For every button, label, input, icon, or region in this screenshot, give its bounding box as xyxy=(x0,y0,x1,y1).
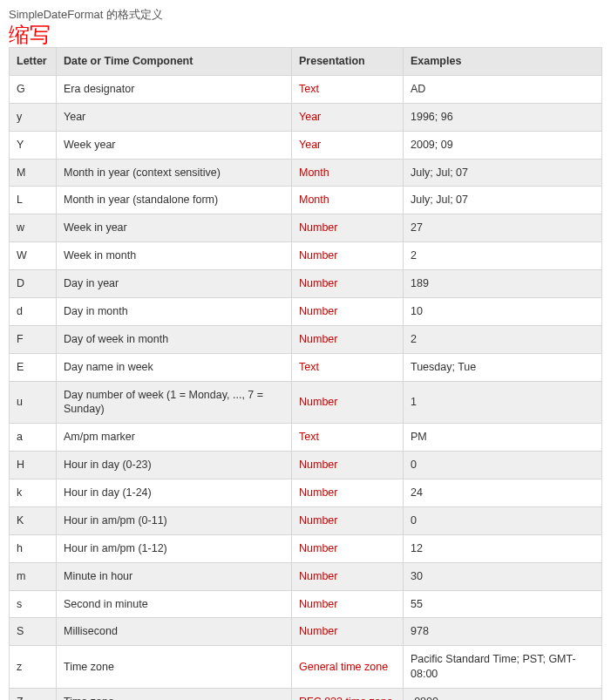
cell-presentation: Number xyxy=(292,562,404,590)
cell-component: Second in minute xyxy=(57,590,292,618)
cell-component: Week in year xyxy=(57,214,292,242)
cell-letter: F xyxy=(10,325,57,353)
cell-component: Time zone xyxy=(57,646,292,689)
cell-examples: -0800 xyxy=(404,689,602,701)
cell-examples: 12 xyxy=(404,534,602,562)
table-row: sSecond in minuteNumber55 xyxy=(10,590,602,618)
cell-letter: L xyxy=(10,187,57,214)
cell-component: Week in month xyxy=(57,242,292,270)
cell-examples: 2 xyxy=(404,242,602,270)
cell-letter: Z xyxy=(10,689,57,701)
cell-component: Hour in day (0-23) xyxy=(57,452,292,479)
table-row: DDay in yearNumber189 xyxy=(10,270,602,298)
table-row: aAm/pm markerTextPM xyxy=(10,424,602,452)
cell-examples: 2009; 09 xyxy=(404,131,602,159)
table-row: uDay number of week (1 = Monday, ..., 7 … xyxy=(10,381,602,424)
cell-component: Era designator xyxy=(57,75,292,103)
table-row: mMinute in hourNumber30 xyxy=(10,562,602,590)
cell-examples: 24 xyxy=(404,479,602,507)
cell-presentation: Number xyxy=(292,242,404,270)
table-row: WWeek in monthNumber2 xyxy=(10,242,602,270)
table-row: dDay in monthNumber10 xyxy=(10,297,602,325)
table-row: EDay name in weekTextTuesday; Tue xyxy=(10,353,602,381)
cell-presentation: Number xyxy=(292,214,404,242)
col-header-examples: Examples xyxy=(404,48,602,76)
cell-presentation: Number xyxy=(292,506,404,534)
cell-examples: 55 xyxy=(404,590,602,618)
cell-component: Minute in hour xyxy=(57,562,292,590)
cell-presentation: Month xyxy=(292,187,404,214)
cell-letter: s xyxy=(10,590,57,618)
cell-examples: 1 xyxy=(404,381,602,424)
table-row: wWeek in yearNumber27 xyxy=(10,214,602,242)
cell-component: Week year xyxy=(57,131,292,159)
cell-component: Month in year (standalone form) xyxy=(57,187,292,214)
cell-presentation: Month xyxy=(292,159,404,187)
cell-examples: 189 xyxy=(404,270,602,298)
abbreviation-label: 缩写 xyxy=(9,24,602,45)
cell-examples: 10 xyxy=(404,297,602,325)
table-row: HHour in day (0-23)Number0 xyxy=(10,452,602,479)
table-row: MMonth in year (context sensitive)MonthJ… xyxy=(10,159,602,187)
table-row: FDay of week in monthNumber2 xyxy=(10,325,602,353)
cell-examples: AD xyxy=(404,75,602,103)
table-row: kHour in day (1-24)Number24 xyxy=(10,479,602,507)
page-caption: SimpleDateFormat 的格式定义 xyxy=(9,7,602,23)
cell-component: Hour in day (1-24) xyxy=(57,479,292,507)
cell-examples: 2 xyxy=(404,325,602,353)
cell-presentation: Text xyxy=(292,424,404,452)
cell-presentation: Number xyxy=(292,534,404,562)
cell-component: Day in month xyxy=(57,297,292,325)
cell-letter: d xyxy=(10,297,57,325)
cell-component: Time zone xyxy=(57,689,292,701)
cell-component: Year xyxy=(57,103,292,131)
cell-examples: 0 xyxy=(404,506,602,534)
cell-letter: a xyxy=(10,424,57,452)
cell-presentation: Number xyxy=(292,452,404,479)
table-row: ZTime zoneRFC 822 time zone-0800 xyxy=(10,689,602,701)
cell-letter: D xyxy=(10,270,57,298)
table-row: GEra designatorTextAD xyxy=(10,75,602,103)
table-row: YWeek yearYear2009; 09 xyxy=(10,131,602,159)
table-row: LMonth in year (standalone form)MonthJul… xyxy=(10,187,602,214)
table-row: KHour in am/pm (0-11)Number0 xyxy=(10,506,602,534)
cell-examples: July; Jul; 07 xyxy=(404,187,602,214)
cell-letter: Y xyxy=(10,131,57,159)
cell-presentation: Number xyxy=(292,590,404,618)
cell-letter: G xyxy=(10,75,57,103)
date-format-table: Letter Date or Time Component Presentati… xyxy=(9,47,602,700)
col-header-component: Date or Time Component xyxy=(57,48,292,76)
cell-component: Am/pm marker xyxy=(57,424,292,452)
cell-component: Day in year xyxy=(57,270,292,298)
cell-presentation: Number xyxy=(292,479,404,507)
table-row: hHour in am/pm (1-12)Number12 xyxy=(10,534,602,562)
cell-presentation: RFC 822 time zone xyxy=(292,689,404,701)
cell-presentation: Text xyxy=(292,75,404,103)
cell-examples: Pacific Standard Time; PST; GMT-08:00 xyxy=(404,646,602,689)
cell-presentation: Number xyxy=(292,381,404,424)
cell-examples: 30 xyxy=(404,562,602,590)
cell-letter: K xyxy=(10,506,57,534)
cell-presentation: Number xyxy=(292,270,404,298)
cell-letter: H xyxy=(10,452,57,479)
cell-examples: PM xyxy=(404,424,602,452)
cell-presentation: Number xyxy=(292,297,404,325)
cell-examples: 0 xyxy=(404,452,602,479)
cell-letter: m xyxy=(10,562,57,590)
cell-letter: h xyxy=(10,534,57,562)
cell-component: Hour in am/pm (1-12) xyxy=(57,534,292,562)
cell-presentation: Number xyxy=(292,325,404,353)
cell-letter: y xyxy=(10,103,57,131)
cell-examples: 978 xyxy=(404,618,602,646)
cell-letter: w xyxy=(10,214,57,242)
cell-component: Day name in week xyxy=(57,353,292,381)
cell-component: Day number of week (1 = Monday, ..., 7 =… xyxy=(57,381,292,424)
cell-presentation: General time zone xyxy=(292,646,404,689)
cell-letter: z xyxy=(10,646,57,689)
col-header-presentation: Presentation xyxy=(292,48,404,76)
cell-presentation: Year xyxy=(292,131,404,159)
cell-component: Millisecond xyxy=(57,618,292,646)
cell-component: Day of week in month xyxy=(57,325,292,353)
col-header-letter: Letter xyxy=(10,48,57,76)
cell-letter: M xyxy=(10,159,57,187)
